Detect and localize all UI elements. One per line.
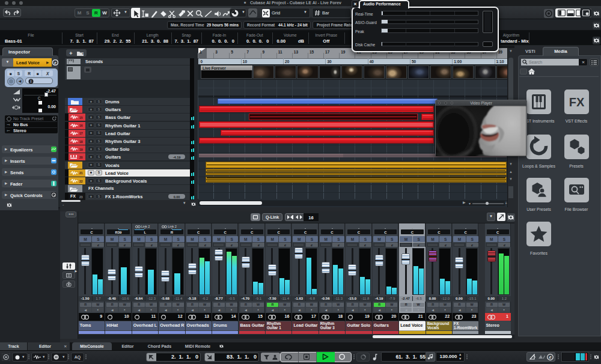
svg-text:e: e bbox=[231, 243, 233, 247]
svg-text:e: e bbox=[364, 243, 366, 247]
svg-text:e: e bbox=[391, 243, 393, 247]
svg-text:e: e bbox=[124, 243, 126, 247]
svg-text:e: e bbox=[177, 243, 179, 247]
svg-text:e: e bbox=[284, 243, 286, 247]
svg-text:e: e bbox=[338, 243, 340, 247]
svg-text:e: e bbox=[151, 243, 153, 247]
svg-text:FX: FX bbox=[569, 96, 584, 109]
svg-text:+: + bbox=[82, 52, 84, 55]
svg-text:e: e bbox=[257, 243, 259, 247]
svg-text:e: e bbox=[503, 243, 505, 247]
svg-text:e: e bbox=[97, 243, 99, 247]
svg-text:e: e bbox=[549, 354, 552, 360]
svg-text:i: i bbox=[31, 79, 32, 83]
svg-text:e: e bbox=[418, 243, 419, 247]
svg-text:e: e bbox=[204, 243, 206, 247]
svg-text:e: e bbox=[471, 243, 473, 247]
svg-text:e: e bbox=[311, 243, 313, 247]
svg-text:e: e bbox=[445, 243, 447, 247]
svg-text:e: e bbox=[54, 60, 56, 65]
